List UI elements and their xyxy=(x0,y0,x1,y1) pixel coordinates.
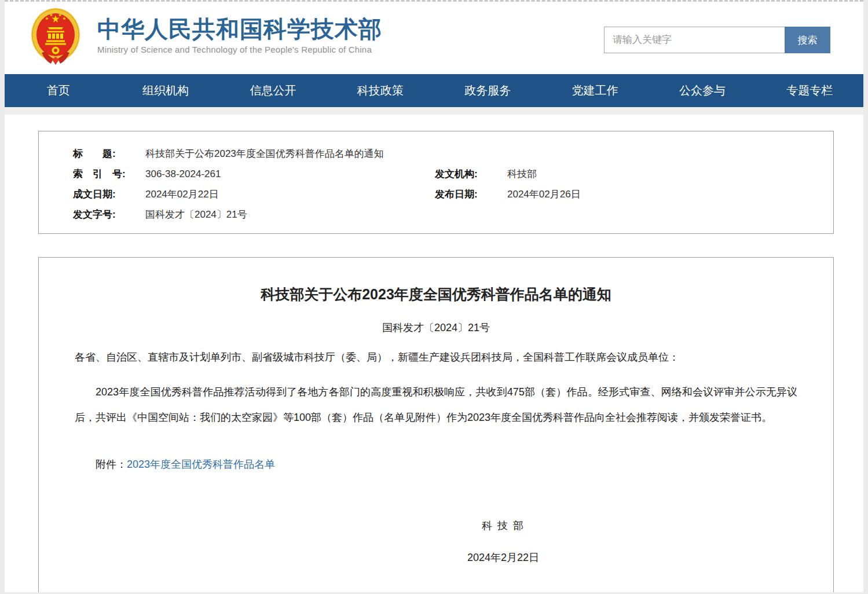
document-box: 科技部关于公布2023年度全国优秀科普作品名单的通知 国科发才〔2024〕21号… xyxy=(38,257,834,592)
meta-row-title: 标 题:科技部关于公布2023年度全国优秀科普作品名单的通知 xyxy=(73,144,833,164)
meta-doc-no-value: 国科发才〔2024〕21号 xyxy=(145,209,247,220)
document-title: 科技部关于公布2023年度全国优秀科普作品名单的通知 xyxy=(75,285,797,303)
site-brand-text: 中华人民共和国科学技术部 Ministry of Science and Tec… xyxy=(97,8,382,54)
meta-agency-label: 发文机构: xyxy=(435,164,507,184)
meta-agency-value: 科技部 xyxy=(507,168,537,179)
meta-cell: 发文字号:国科发才〔2024〕21号 xyxy=(73,204,247,225)
meta-written-date-label: 成文日期: xyxy=(73,184,145,204)
main-content: 标 题:科技部关于公布2023年度全国优秀科普作品名单的通知 索 引 号:306… xyxy=(5,131,863,592)
nav-item-gov-services[interactable]: 政务服务 xyxy=(434,74,541,107)
document-meta-box: 标 题:科技部关于公布2023年度全国优秀科普作品名单的通知 索 引 号:306… xyxy=(38,131,834,234)
signature-block: 科 技 部 2024年2月22日 xyxy=(440,519,567,564)
attachment-label: 附件： xyxy=(96,459,127,470)
nav-item-organization[interactable]: 组织机构 xyxy=(112,74,219,107)
signer-name: 科 技 部 xyxy=(440,519,567,533)
search-bar: 搜索 xyxy=(604,27,830,53)
meta-index-label: 索 引 号: xyxy=(73,164,145,184)
nav-item-special-topics[interactable]: 专题专栏 xyxy=(756,74,863,107)
main-nav: 首页 组织机构 信息公开 科技政策 政务服务 党建工作 公众参与 专题专栏 xyxy=(5,74,863,107)
meta-publish-date-value: 2024年02月26日 xyxy=(507,189,581,200)
meta-cell: 成文日期:2024年02月22日 xyxy=(73,184,435,204)
meta-title-value: 科技部关于公布2023年度全国优秀科普作品名单的通知 xyxy=(145,148,384,159)
page: 中华人民共和国科学技术部 Ministry of Science and Tec… xyxy=(5,0,863,592)
search-input[interactable] xyxy=(604,27,785,53)
nav-item-info-disclosure[interactable]: 信息公开 xyxy=(219,74,327,107)
meta-row-doc-number: 发文字号:国科发才〔2024〕21号 xyxy=(73,204,833,225)
document-number: 国科发才〔2024〕21号 xyxy=(75,321,797,335)
nav-item-sci-tech-policy[interactable]: 科技政策 xyxy=(327,74,434,107)
signature-date: 2024年2月22日 xyxy=(440,551,567,564)
nav-item-party-building[interactable]: 党建工作 xyxy=(541,74,649,107)
nav-divider xyxy=(5,107,863,115)
meta-index-value: 306-38-2024-261 xyxy=(145,168,221,179)
meta-row-index: 索 引 号:306-38-2024-261 发文机构:科技部 xyxy=(73,164,833,184)
site-subtitle: Ministry of Science and Technology of th… xyxy=(97,45,382,54)
meta-cell: 索 引 号:306-38-2024-261 xyxy=(73,164,435,184)
meta-row-dates: 成文日期:2024年02月22日 发布日期:2024年02月26日 xyxy=(73,184,833,204)
nav-item-home[interactable]: 首页 xyxy=(5,74,112,107)
attachment-link[interactable]: 2023年度全国优秀科普作品名单 xyxy=(127,459,275,470)
document-salutation: 各省、自治区、直辖市及计划单列市、副省级城市科技厅（委、局），新疆生产建设兵团科… xyxy=(75,344,797,370)
meta-cell: 发文机构:科技部 xyxy=(435,164,537,184)
document-paragraph: 2023年度全国优秀科普作品推荐活动得到了各地方各部门的高度重视和积极响应，共收… xyxy=(75,379,797,430)
meta-cell: 标 题:科技部关于公布2023年度全国优秀科普作品名单的通知 xyxy=(73,144,384,164)
national-emblem-icon xyxy=(30,8,81,65)
meta-publish-date-label: 发布日期: xyxy=(435,184,507,204)
search-button[interactable]: 搜索 xyxy=(785,27,830,53)
site-header: 中华人民共和国科学技术部 Ministry of Science and Tec… xyxy=(5,2,863,74)
meta-doc-no-label: 发文字号: xyxy=(73,204,145,225)
meta-title-label: 标 题: xyxy=(73,144,145,164)
meta-cell: 发布日期:2024年02月26日 xyxy=(435,184,581,204)
nav-item-public-participation[interactable]: 公众参与 xyxy=(649,74,756,107)
site-title: 中华人民共和国科学技术部 xyxy=(97,16,382,42)
site-brand[interactable]: 中华人民共和国科学技术部 Ministry of Science and Tec… xyxy=(30,8,382,65)
meta-written-date-value: 2024年02月22日 xyxy=(145,189,219,200)
attachment-line: 附件：2023年度全国优秀科普作品名单 xyxy=(75,456,797,472)
